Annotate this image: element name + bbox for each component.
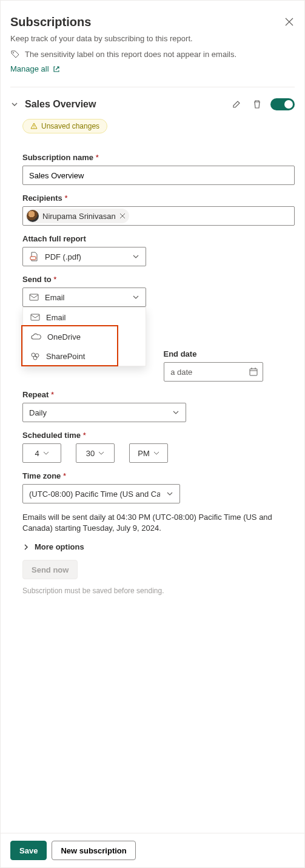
manage-all-label: Manage all	[10, 64, 49, 73]
send-to-option-onedrive[interactable]: OneDrive	[23, 327, 146, 346]
subscription-name-input[interactable]	[22, 166, 295, 185]
pdf-icon	[29, 252, 39, 261]
svg-rect-5	[31, 314, 39, 320]
send-to-option-sharepoint[interactable]: SharePoint	[23, 346, 146, 366]
repeat-dropdown[interactable]: Daily	[22, 403, 186, 422]
recipients-label: Recipients *	[22, 193, 295, 203]
save-button[interactable]: Save	[10, 841, 47, 860]
manage-all-link[interactable]: Manage all	[10, 64, 60, 73]
sendto-label: Send to *	[22, 275, 295, 284]
end-date-input[interactable]: Enter a date	[164, 362, 263, 382]
send-to-dropdown[interactable]: Email	[22, 288, 146, 307]
timezone-dropdown[interactable]: (UTC-08:00) Pacific Time (US and Canada)	[22, 484, 180, 503]
minute-dropdown[interactable]: 30	[76, 443, 115, 463]
hour-dropdown[interactable]: 4	[22, 443, 61, 463]
chevron-down-icon	[132, 294, 139, 301]
section-collapse-chevron[interactable]	[10, 100, 19, 109]
send-now-button: Send now	[22, 560, 78, 579]
mail-icon	[29, 294, 39, 301]
tag-icon	[10, 49, 20, 59]
svg-rect-9	[250, 369, 257, 375]
send-to-option-email[interactable]: Email	[23, 308, 146, 327]
section-title: Sales Overview	[25, 99, 223, 110]
chevron-down-icon	[132, 253, 139, 260]
sharepoint-icon	[30, 352, 40, 360]
attach-format-dropdown[interactable]: PDF (.pdf)	[22, 247, 146, 266]
ampm-dropdown[interactable]: PM	[129, 443, 168, 463]
sensitivity-text: The sensitivity label on this report doe…	[25, 50, 236, 59]
recipients-input[interactable]: Nirupama Srinivasan	[22, 206, 295, 226]
svg-point-0	[13, 52, 14, 53]
avatar	[27, 210, 39, 222]
svg-rect-4	[30, 294, 38, 300]
chevron-down-icon	[172, 409, 179, 416]
repeat-label: Repeat *	[22, 390, 295, 399]
remove-recipient-icon[interactable]	[119, 213, 126, 219]
new-subscription-button[interactable]: New subscription	[52, 841, 135, 860]
end-date-label: End date	[164, 349, 295, 358]
name-label: Subscription name *	[22, 153, 295, 162]
timezone-label: Time zone *	[22, 471, 295, 480]
unsaved-badge: Unsaved changes	[22, 119, 107, 133]
svg-point-7	[35, 354, 39, 357]
close-button[interactable]	[285, 18, 293, 26]
chevron-down-icon	[166, 490, 173, 497]
svg-point-2	[33, 127, 34, 128]
edit-button[interactable]	[229, 97, 244, 112]
send-now-helper: Subscription must be saved before sendin…	[22, 587, 295, 595]
mail-icon	[30, 314, 40, 321]
page-subtitle: Keep track of your data by subscribing t…	[10, 34, 295, 43]
schedule-summary: Emails will be sent daily at 04:30 PM (U…	[22, 512, 295, 534]
recipient-chip[interactable]: Nirupama Srinivasan	[25, 209, 129, 223]
external-link-icon	[53, 66, 60, 73]
send-to-menu: Email OneDrive SharePoint	[22, 307, 146, 366]
svg-point-8	[33, 356, 37, 360]
scheduled-time-label: Scheduled time *	[22, 431, 295, 440]
divider	[10, 87, 295, 87]
page-title: Subscriptions	[10, 15, 295, 29]
onedrive-icon	[30, 333, 41, 340]
attach-label: Attach full report	[22, 234, 295, 243]
more-options-toggle[interactable]: More options	[22, 542, 295, 551]
calendar-icon	[249, 368, 258, 376]
enabled-toggle[interactable]	[270, 98, 295, 110]
delete-button[interactable]	[250, 97, 264, 112]
svg-rect-3	[30, 257, 36, 260]
